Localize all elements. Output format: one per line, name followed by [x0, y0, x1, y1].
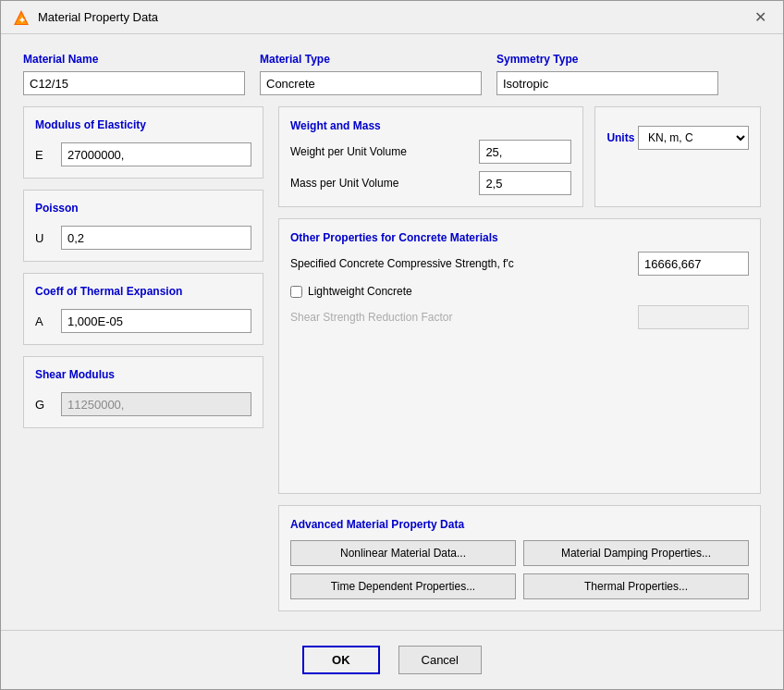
close-button[interactable]: ✕ [749, 6, 772, 28]
compressive-strength-label: Specified Concrete Compressive Strength,… [290, 257, 514, 270]
weight-mass-section: Weight and Mass Weight per Unit Volume M… [278, 106, 583, 207]
shear-modulus-label: Shear Modulus [35, 368, 251, 381]
weight-input[interactable] [479, 140, 571, 164]
weight-mass-label: Weight and Mass [290, 119, 381, 132]
thermal-a-label: A [35, 314, 54, 328]
lightweight-label: Lightweight Concrete [308, 285, 412, 298]
weight-label: Weight per Unit Volume [290, 145, 472, 158]
symmetry-type-input[interactable] [496, 71, 718, 95]
lightweight-checkbox[interactable] [290, 286, 302, 298]
nonlinear-material-button[interactable]: Nonlinear Material Data... [290, 540, 516, 566]
units-label: Units [606, 131, 634, 144]
time-dependent-button[interactable]: Time Dependent Properties... [290, 573, 516, 599]
dialog: ✦ Material Property Data ✕ Material Name… [0, 0, 784, 690]
weight-row: Weight per Unit Volume [290, 140, 571, 164]
mass-input[interactable] [479, 171, 571, 195]
thermal-a-input[interactable] [61, 309, 251, 333]
left-column: Modulus of Elasticity E Poisson U [23, 106, 263, 611]
mass-row: Mass per Unit Volume [290, 171, 571, 195]
shear-modulus-g-input [61, 392, 251, 416]
material-name-input[interactable] [23, 71, 245, 95]
modulus-e-input[interactable] [61, 142, 251, 166]
shear-reduction-input [638, 305, 749, 329]
modulus-label: Modulus of Elasticity [35, 118, 251, 131]
thermal-field: A [35, 309, 251, 333]
material-damping-button[interactable]: Material Damping Properties... [523, 540, 749, 566]
modulus-field: E [35, 142, 251, 166]
concrete-section: Other Properties for Concrete Materials … [278, 218, 761, 494]
symmetry-type-group: Symmetry Type [496, 53, 718, 95]
content-area: Material Name Material Type Symmetry Typ… [1, 34, 783, 630]
poisson-u-label: U [35, 231, 54, 245]
material-name-label: Material Name [23, 53, 245, 66]
shear-reduction-row: Shear Strength Reduction Factor [290, 305, 749, 329]
title-bar: ✦ Material Property Data ✕ [1, 1, 783, 34]
dialog-title: Material Property Data [38, 10, 158, 24]
units-dropdown[interactable]: KN, m, C N, mm, C kip, in, F [638, 126, 749, 150]
app-icon: ✦ [12, 8, 31, 27]
shear-reduction-label: Shear Strength Reduction Factor [290, 311, 452, 324]
shear-modulus-g-label: G [35, 398, 54, 412]
lightweight-row: Lightweight Concrete [290, 285, 749, 298]
modulus-e-label: E [35, 148, 54, 162]
top-row: Material Name Material Type Symmetry Typ… [23, 53, 761, 95]
advanced-label: Advanced Material Property Data [290, 518, 464, 531]
poisson-section: Poisson U [23, 190, 263, 262]
advanced-section: Advanced Material Property Data Nonlinea… [278, 505, 761, 611]
shear-modulus-section: Shear Modulus G [23, 356, 263, 428]
svg-text:✦: ✦ [18, 16, 26, 25]
poisson-field: U [35, 226, 251, 250]
advanced-buttons: Nonlinear Material Data... Material Damp… [290, 540, 749, 599]
thermal-section: Coeff of Thermal Expansion A [23, 273, 263, 345]
material-name-group: Material Name [23, 53, 245, 95]
units-section: Units KN, m, C N, mm, C kip, in, F [594, 106, 761, 207]
bottom-bar: OK Cancel [1, 630, 783, 689]
thermal-label: Coeff of Thermal Expansion [35, 285, 251, 298]
material-type-label: Material Type [260, 53, 482, 66]
right-top: Weight and Mass Weight per Unit Volume M… [278, 106, 761, 207]
compressive-strength-input[interactable] [638, 252, 749, 276]
poisson-label: Poisson [35, 202, 251, 215]
symmetry-type-label: Symmetry Type [496, 53, 718, 66]
ok-button[interactable]: OK [302, 646, 380, 674]
shear-modulus-field: G [35, 392, 251, 416]
mass-label: Mass per Unit Volume [290, 177, 472, 190]
modulus-section: Modulus of Elasticity E [23, 106, 263, 179]
right-column: Weight and Mass Weight per Unit Volume M… [278, 106, 761, 611]
title-bar-left: ✦ Material Property Data [12, 8, 158, 27]
main-area: Modulus of Elasticity E Poisson U [23, 106, 761, 611]
compressive-strength-row: Specified Concrete Compressive Strength,… [290, 252, 749, 276]
thermal-properties-button[interactable]: Thermal Properties... [523, 573, 749, 599]
material-type-input[interactable] [260, 71, 482, 95]
concrete-section-label: Other Properties for Concrete Materials [290, 231, 498, 244]
poisson-u-input[interactable] [61, 226, 251, 250]
material-type-group: Material Type [260, 53, 482, 95]
cancel-button[interactable]: Cancel [398, 646, 482, 674]
